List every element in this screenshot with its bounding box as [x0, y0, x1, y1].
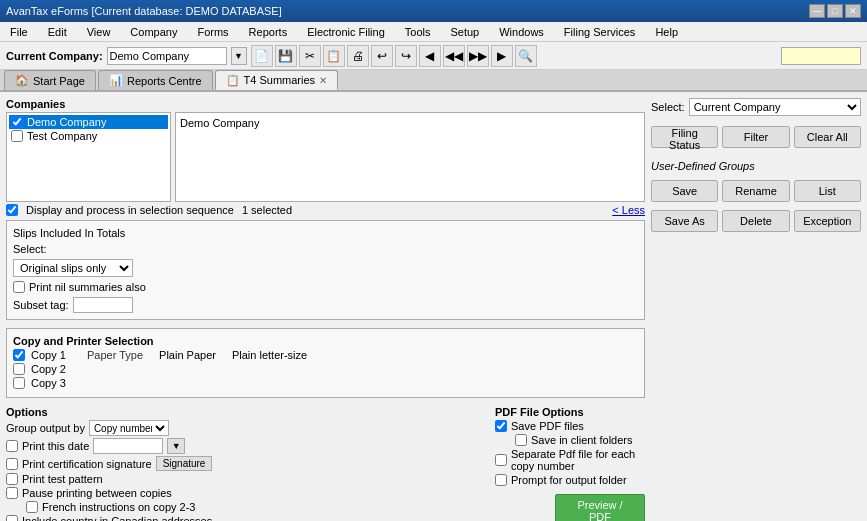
search-input[interactable] — [781, 47, 861, 65]
saveas-group-button[interactable]: Save As — [651, 210, 718, 232]
tab-t4-close-icon[interactable]: ✕ — [319, 75, 327, 86]
date-picker-btn[interactable]: ▼ — [167, 438, 185, 454]
pause-print-checkbox[interactable] — [6, 487, 18, 499]
clear-all-button[interactable]: Clear All — [794, 126, 861, 148]
menu-help[interactable]: Help — [649, 24, 684, 40]
copy1-checkbox[interactable] — [13, 349, 25, 361]
toolbar-icon-1[interactable]: 📄 — [251, 45, 273, 67]
companies-list[interactable]: Demo Company Test Company — [6, 112, 171, 202]
display-process-checkbox[interactable] — [6, 204, 18, 216]
menu-edit[interactable]: Edit — [42, 24, 73, 40]
company-dropdown-btn[interactable]: ▼ — [231, 47, 247, 65]
toolbar-icon-4[interactable]: 📋 — [323, 45, 345, 67]
filing-filter-row: Filing Status Filter Clear All — [651, 126, 861, 148]
delete-group-button[interactable]: Delete — [722, 210, 789, 232]
toolbar-icon-8[interactable]: ◀ — [419, 45, 441, 67]
tab-start-page[interactable]: 🏠 Start Page — [4, 70, 96, 90]
cert-sig-checkbox[interactable] — [6, 458, 18, 470]
company-test-checkbox[interactable] — [11, 130, 23, 142]
include-country-label: Include country in Canadian addresses — [22, 515, 212, 521]
save-client-folders-row: Save in client folders — [515, 434, 645, 446]
toolbar-icon-11[interactable]: ▶ — [491, 45, 513, 67]
prompt-output-checkbox[interactable] — [495, 474, 507, 486]
menu-setup[interactable]: Setup — [444, 24, 485, 40]
menu-forms[interactable]: Forms — [191, 24, 234, 40]
menu-file[interactable]: File — [4, 24, 34, 40]
company-item-test[interactable]: Test Company — [9, 129, 168, 143]
right-select-row: Select: Current Company — [651, 98, 861, 116]
tab-t4-summaries[interactable]: 📋 T4 Summaries ✕ — [215, 70, 339, 90]
french-checkbox[interactable] — [26, 501, 38, 513]
copy2-checkbox[interactable] — [13, 363, 25, 375]
rename-group-button[interactable]: Rename — [722, 180, 789, 202]
menu-tools[interactable]: Tools — [399, 24, 437, 40]
copy3-checkbox[interactable] — [13, 377, 25, 389]
group-output-label: Group output by — [6, 422, 85, 434]
save-group-button[interactable]: Save — [651, 180, 718, 202]
filing-status-button[interactable]: Filing Status — [651, 126, 718, 148]
preview-pdf-button[interactable]: Preview / PDF — [555, 494, 645, 521]
list-group-button[interactable]: List — [794, 180, 861, 202]
less-link[interactable]: < Less — [612, 204, 645, 216]
menu-view[interactable]: View — [81, 24, 117, 40]
toolbar: Current Company: ▼ 📄 💾 ✂ 📋 🖨 ↩ ↪ ◀ ◀◀ ▶▶… — [0, 42, 867, 70]
controls-row: Display and process in selection sequenc… — [6, 204, 645, 216]
close-window-button[interactable]: ✕ — [845, 4, 861, 18]
right-select-dropdown[interactable]: Current Company — [689, 98, 861, 116]
copy1-row: Copy 1 Paper Type Plain Paper Plain lett… — [13, 349, 638, 361]
subset-label: Subset tag: — [13, 299, 69, 311]
save-client-folders-checkbox[interactable] — [515, 434, 527, 446]
test-pattern-row: Print test pattern — [6, 473, 487, 485]
slips-select-dropdown[interactable]: Original slips only — [13, 259, 133, 277]
print-nil-checkbox[interactable] — [13, 281, 25, 293]
menu-filing-services[interactable]: Filing Services — [558, 24, 642, 40]
company-demo-checkbox[interactable] — [11, 116, 23, 128]
menu-windows[interactable]: Windows — [493, 24, 550, 40]
tab-reports-centre[interactable]: 📊 Reports Centre — [98, 70, 213, 90]
minimize-button[interactable]: — — [809, 4, 825, 18]
tab-t4-label: T4 Summaries — [244, 74, 316, 86]
test-pattern-checkbox[interactable] — [6, 473, 18, 485]
include-country-checkbox[interactable] — [6, 515, 18, 521]
signature-button[interactable]: Signature — [156, 456, 213, 471]
print-date-checkbox[interactable] — [6, 440, 18, 452]
menu-electronic-filing[interactable]: Electronic Filing — [301, 24, 391, 40]
display-process-label: Display and process in selection sequenc… — [26, 204, 234, 216]
exception-group-button[interactable]: Exception — [794, 210, 861, 232]
title-bar-text: AvanTax eForms [Current database: DEMO D… — [6, 5, 282, 17]
toolbar-icon-3[interactable]: ✂ — [299, 45, 321, 67]
separate-pdf-row: Separate Pdf file for each copy number — [495, 448, 645, 472]
menu-reports[interactable]: Reports — [243, 24, 294, 40]
toolbar-icon-9[interactable]: ◀◀ — [443, 45, 465, 67]
tab-reports-icon: 📊 — [109, 74, 123, 87]
toolbar-icon-10[interactable]: ▶▶ — [467, 45, 489, 67]
toolbar-icon-6[interactable]: ↩ — [371, 45, 393, 67]
slips-title: Slips Included In Totals — [13, 227, 638, 239]
save-pdf-label: Save PDF files — [511, 420, 584, 432]
pause-print-row: Pause printing between copies — [6, 487, 487, 499]
group-output-select[interactable]: Copy number — [89, 420, 169, 436]
toolbar-icon-12[interactable]: 🔍 — [515, 45, 537, 67]
company-demo-label: Demo Company — [27, 116, 106, 128]
group-output-row: Group output by Copy number — [6, 420, 487, 436]
toolbar-icon-7[interactable]: ↪ — [395, 45, 417, 67]
separate-pdf-checkbox[interactable] — [495, 454, 507, 466]
toolbar-icon-5[interactable]: 🖨 — [347, 45, 369, 67]
options-section: Options Group output by Copy number Prin… — [6, 406, 645, 521]
subset-input[interactable] — [73, 297, 133, 313]
options-left: Options Group output by Copy number Prin… — [6, 406, 487, 521]
current-company-input[interactable] — [107, 47, 227, 65]
maximize-button[interactable]: □ — [827, 4, 843, 18]
companies-title: Companies — [6, 98, 645, 110]
company-item-demo[interactable]: Demo Company — [9, 115, 168, 129]
save-pdf-checkbox[interactable] — [495, 420, 507, 432]
filter-companies-button[interactable]: Filter — [722, 126, 789, 148]
toolbar-icon-2[interactable]: 💾 — [275, 45, 297, 67]
companies-section: Companies Demo Company Test Company Demo… — [6, 98, 645, 216]
prompt-output-label: Prompt for output folder — [511, 474, 627, 486]
slips-select-label: Select: — [13, 243, 47, 255]
menu-company[interactable]: Company — [124, 24, 183, 40]
slips-section: Slips Included In Totals Select: Origina… — [6, 220, 645, 320]
saveas-delete-row: Save As Delete Exception — [651, 210, 861, 232]
print-date-input[interactable] — [93, 438, 163, 454]
